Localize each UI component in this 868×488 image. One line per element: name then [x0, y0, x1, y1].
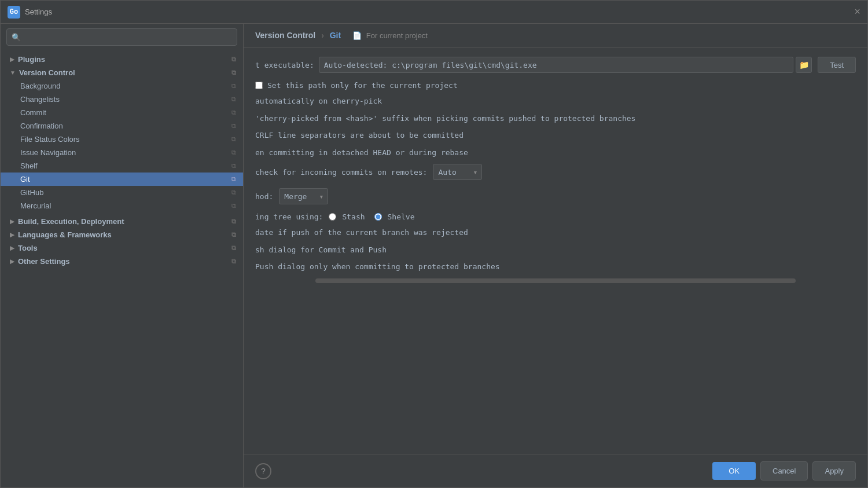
ok-button[interactable]: OK	[712, 462, 756, 480]
executable-row: t executable: 📁 Test	[255, 57, 856, 73]
sidebar-item-plugins[interactable]: ▶ Plugins ⧉	[1, 53, 243, 66]
method-select-wrapper: Merge Rebase	[279, 188, 328, 204]
copy-icon: ⧉	[231, 231, 236, 239]
copy-icon: ⧉	[231, 122, 236, 130]
crlf-line: CRLF line separators are about to be com…	[255, 130, 856, 141]
path-checkbox[interactable]	[255, 82, 263, 89]
copy-icon: ⧉	[231, 202, 236, 210]
sidebar-item-github[interactable]: GitHub ⧉	[1, 186, 243, 199]
chevron-right-icon: ▶	[10, 258, 14, 265]
copy-icon: ⧉	[231, 175, 236, 183]
footer: ? OK Cancel Apply	[244, 454, 867, 487]
cherry-picked-suffix-line: 'cherry-picked from <hash>' suffix when …	[255, 113, 856, 124]
stash-radio[interactable]	[329, 213, 336, 221]
executable-input[interactable]	[319, 57, 793, 73]
breadcrumb: Version Control › Git	[255, 31, 341, 40]
shelve-radio-label: Shelve	[374, 212, 415, 221]
incoming-select[interactable]: Auto Always Never	[433, 164, 482, 180]
chevron-right-icon: ▶	[10, 56, 14, 63]
sidebar-item-background[interactable]: Background ⧉	[1, 79, 243, 93]
cancel-button[interactable]: Cancel	[760, 461, 808, 480]
sidebar-item-shelf[interactable]: Shelf ⧉	[1, 159, 243, 173]
stash-label: ing tree using:	[255, 212, 323, 221]
sidebar-item-label: Confirmation	[20, 122, 63, 130]
breadcrumb-current: Git	[330, 31, 341, 40]
sidebar-item-git[interactable]: Git ⧉	[1, 173, 243, 186]
breadcrumb-separator: ›	[321, 31, 324, 40]
app-icon: Go	[8, 6, 20, 19]
stash-shelve-row: ing tree using: Stash Shelve	[255, 212, 856, 221]
chevron-down-icon: ▼	[10, 69, 16, 76]
stash-radio-group: Stash Shelve	[329, 212, 414, 221]
sidebar-item-label: Background	[20, 82, 60, 90]
sidebar-item-label: Other Settings	[18, 257, 70, 266]
sidebar-item-label: Plugins	[18, 55, 45, 64]
window-title: Settings	[25, 8, 52, 16]
sidebar-item-label: Tools	[18, 244, 38, 252]
close-button[interactable]: ×	[854, 7, 860, 17]
sidebar-item-other-settings[interactable]: ▶ Other Settings ⧉	[1, 255, 243, 268]
sidebar-item-label: File Status Colors	[20, 135, 80, 144]
push-dialog-line: sh dialog for Commit and Push	[255, 244, 856, 256]
search-box[interactable]: 🔍	[6, 28, 237, 46]
shelve-radio[interactable]	[374, 213, 382, 221]
sidebar-item-languages[interactable]: ▶ Languages & Frameworks ⧉	[1, 228, 243, 241]
main-layout: 🔍 ▶ Plugins ⧉ ▼ Version Control ⧉ Backgr	[1, 24, 867, 487]
sidebar-item-build[interactable]: ▶ Build, Execution, Deployment ⧉	[1, 215, 243, 228]
copy-icon: ⧉	[231, 56, 236, 63]
copy-icon: ⧉	[231, 135, 236, 143]
stash-radio-label: Stash	[329, 212, 365, 221]
settings-window: Go Settings × 🔍 ▶ Plugins ⧉ ▼ Vers	[0, 0, 868, 488]
path-checkbox-row: Set this path only for the current proje…	[255, 81, 856, 90]
title-bar: Go Settings ×	[1, 1, 867, 24]
sidebar-item-label: Build, Execution, Deployment	[18, 217, 124, 226]
breadcrumb-parent: Version Control	[255, 31, 315, 40]
sidebar-item-version-control[interactable]: ▼ Version Control ⧉	[1, 66, 243, 79]
sidebar-item-confirmation[interactable]: Confirmation ⧉	[1, 119, 243, 133]
sidebar-item-file-status-colors[interactable]: File Status Colors ⧉	[1, 133, 243, 146]
path-checkbox-label: Set this path only for the current proje…	[267, 81, 458, 90]
panel-body: t executable: 📁 Test Set this path only …	[244, 47, 867, 454]
incoming-commits-row: check for incoming commits on remotes: A…	[255, 164, 856, 180]
sidebar-item-mercurial[interactable]: Mercurial ⧉	[1, 199, 243, 212]
sidebar-item-issue-navigation[interactable]: Issue Navigation ⧉	[1, 146, 243, 159]
test-button[interactable]: Test	[818, 57, 856, 73]
chevron-right-icon: ▶	[10, 232, 14, 238]
method-row: hod: Merge Rebase	[255, 188, 856, 204]
panel-header: Version Control › Git 📄 For current proj…	[244, 24, 867, 47]
push-rejected-line: date if push of the current branch was r…	[255, 227, 856, 239]
cherry-pick-line: automatically on cherry-pick	[255, 96, 856, 107]
apply-button[interactable]: Apply	[812, 461, 856, 480]
sidebar-item-label: Issue Navigation	[20, 148, 76, 157]
copy-icon: ⧉	[231, 82, 236, 90]
sidebar-item-label: Shelf	[20, 162, 38, 170]
chevron-right-icon: ▶	[10, 218, 14, 225]
copy-icon: ⧉	[231, 218, 236, 225]
sidebar-item-label: Languages & Frameworks	[18, 230, 112, 239]
push-protected-line: Push dialog only when committing to prot…	[255, 261, 856, 273]
copy-icon: ⧉	[231, 244, 236, 252]
sidebar-item-label: Version Control	[19, 68, 75, 77]
right-panel: Version Control › Git 📄 For current proj…	[244, 24, 867, 487]
detached-head-line: en committing in detached HEAD or during…	[255, 147, 856, 159]
copy-icon: ⧉	[231, 69, 236, 76]
search-icon: 🔍	[12, 33, 21, 42]
browse-button[interactable]: 📁	[796, 57, 812, 73]
method-select[interactable]: Merge Rebase	[279, 188, 328, 204]
search-input[interactable]	[24, 33, 232, 41]
sidebar-item-commit[interactable]: Commit ⧉	[1, 106, 243, 119]
copy-icon: ⧉	[231, 162, 236, 170]
sidebar-item-changelists[interactable]: Changelists ⧉	[1, 93, 243, 106]
sidebar-item-label: Commit	[20, 108, 46, 117]
scrollbar-track[interactable]	[315, 278, 796, 283]
chevron-right-icon: ▶	[10, 245, 14, 251]
incoming-select-wrapper: Auto Always Never	[433, 164, 482, 180]
copy-icon: ⧉	[231, 149, 236, 156]
sidebar: 🔍 ▶ Plugins ⧉ ▼ Version Control ⧉ Backgr	[1, 24, 244, 487]
help-button[interactable]: ?	[255, 463, 271, 479]
sidebar-item-label: Mercurial	[20, 201, 51, 210]
sidebar-tree: ▶ Plugins ⧉ ▼ Version Control ⧉ Backgrou…	[1, 50, 243, 487]
sidebar-item-tools[interactable]: ▶ Tools ⧉	[1, 241, 243, 255]
copy-icon: ⧉	[231, 258, 236, 265]
copy-icon: ⧉	[231, 109, 236, 116]
